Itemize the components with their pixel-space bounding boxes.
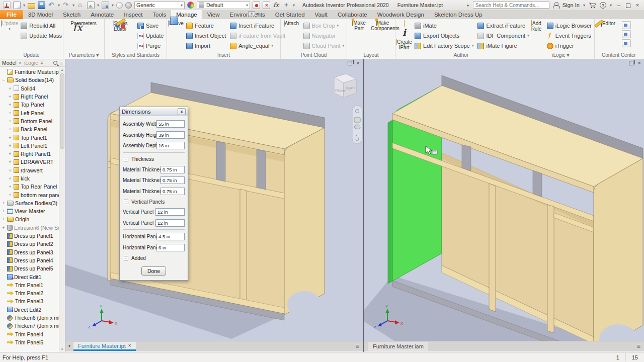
ribbon-tab[interactable]: Get Started — [270, 10, 310, 19]
image-icon[interactable] — [87, 2, 95, 9]
tab-list-caret[interactable]: ▾ — [65, 344, 73, 348]
tree-expander[interactable]: + — [2, 201, 6, 206]
navigator-button[interactable]: Navigator — [302, 31, 346, 41]
tabbar-right-menu-icon[interactable]: ≡ — [636, 342, 644, 350]
open-file-icon[interactable] — [28, 3, 35, 9]
tree-expander[interactable]: + — [8, 111, 12, 116]
browser-tab-model[interactable]: Model — [2, 60, 17, 66]
dialog-close-icon[interactable]: x — [178, 108, 186, 115]
tree-item[interactable]: Dress up Panel5 — [0, 264, 59, 273]
sign-in-caret[interactable]: ▾ — [583, 3, 585, 8]
field-input[interactable]: 12 in — [155, 208, 185, 216]
viewport-left[interactable]: FRONT RIGHT ▾ Y X Z × — [65, 59, 363, 341]
add-rule-button[interactable]: Add Rule — [528, 20, 544, 32]
viewport-right[interactable]: Y X Z × — [364, 59, 644, 341]
tree-item[interactable]: + View: Master — [0, 207, 59, 215]
cart-icon[interactable] — [589, 2, 596, 9]
tree-expander[interactable]: + — [8, 143, 12, 148]
make-part-button[interactable]: Make Part — [348, 20, 370, 31]
dialog-title-bar[interactable]: Dimensions x — [120, 107, 188, 116]
import-button[interactable]: Import — [185, 41, 227, 51]
sign-in-button[interactable]: Sign In — [562, 2, 580, 8]
tree-expander[interactable]: + — [8, 193, 12, 198]
tree-item[interactable]: + Top Rear Panel — [0, 183, 59, 191]
tree-expander[interactable]: + — [8, 127, 12, 132]
navigation-bar[interactable]: ▾ — [352, 106, 362, 144]
help-caret[interactable]: ▾ — [610, 3, 612, 8]
event-triggers-button[interactable]: Event Triggers — [545, 31, 593, 41]
collapse-icon[interactable]: − — [124, 256, 128, 260]
visual-style-icon[interactable] — [253, 2, 260, 9]
tree-item[interactable]: + Solid4 — [0, 84, 59, 93]
tree-item[interactable]: + Surface Bodies(3) — [0, 199, 59, 207]
tree-expander[interactable]: + — [2, 225, 6, 230]
section-thickness[interactable]: −Thickness — [123, 154, 185, 164]
browser-add-tab-button[interactable]: + — [40, 60, 43, 66]
box-select-caret[interactable]: ▾ — [112, 3, 114, 8]
field-input[interactable]: 4.5 in — [156, 233, 185, 240]
field-input[interactable]: 55 in — [156, 120, 185, 128]
search-expand-arrow[interactable]: ▸ — [467, 3, 469, 8]
tree-item[interactable]: + Right Panel1 — [0, 150, 59, 158]
material-combo[interactable]: Generic▾ — [134, 2, 185, 9]
parameters-button[interactable]: Parameters — [64, 20, 103, 26]
undo-caret[interactable]: ▾ — [58, 3, 60, 8]
ribbon-tab[interactable]: Sketch — [58, 10, 86, 19]
web-sphere-icon[interactable] — [125, 2, 132, 9]
inventor-logo-icon[interactable] — [3, 2, 11, 9]
make-components-button[interactable]: Make Components — [371, 20, 394, 31]
content-editor-button[interactable]: Editor — [596, 20, 621, 26]
doc-tab-furniture-master-iam[interactable]: Furniture Master.iam — [368, 342, 428, 351]
right-viewport-canvas[interactable]: Y X Z — [364, 59, 644, 341]
view-cube[interactable]: FRONT RIGHT — [334, 74, 356, 98]
browser-scrollbar-thumb[interactable] — [60, 73, 64, 149]
ribbon-tab[interactable]: Vault — [310, 10, 333, 19]
tree-expander[interactable]: + — [8, 176, 12, 181]
tabbar-menu-icon[interactable]: ≡ — [355, 342, 363, 350]
save-icon[interactable] — [38, 2, 45, 9]
left-viewport-canvas[interactable]: FRONT RIGHT ▾ Y X Z — [65, 59, 363, 341]
ribbon-tab[interactable]: Annotate — [86, 10, 119, 19]
tree-expander[interactable]: + — [8, 119, 12, 124]
cabinet-right-side-panel[interactable] — [594, 158, 643, 341]
tree-item[interactable]: + Top Panel — [0, 101, 59, 109]
tree-item[interactable]: + LDRAWVERT — [0, 158, 59, 166]
tree-item[interactable]: Dress up Panel1 — [0, 232, 59, 240]
tree-item[interactable]: + Back Panel — [0, 125, 59, 133]
cloud-point-button[interactable]: Cloud Point▾ — [302, 41, 346, 51]
cabinet-right-panel[interactable] — [284, 128, 325, 315]
visibility-off-icon[interactable] — [263, 2, 270, 9]
browser-tab-ilogic[interactable]: iLogic — [24, 60, 38, 66]
tree-item[interactable]: + Extrusion6 (New Solid x depth) — [0, 224, 59, 232]
doc-tab-close-icon[interactable]: × — [128, 343, 131, 348]
tree-item[interactable]: + bottom rear panel — [0, 191, 59, 199]
tree-expander[interactable]: + — [8, 159, 12, 164]
feature-button[interactable]: Feature — [185, 21, 227, 31]
viewport-right-restore-icon[interactable] — [629, 61, 633, 65]
ribbon-tab[interactable]: View — [202, 10, 225, 19]
close-button[interactable]: × — [634, 2, 641, 8]
tree-item[interactable]: + rdrawvert — [0, 166, 59, 174]
box-crop-button[interactable]: Box Crop▾ — [302, 21, 346, 31]
ribbon-tab[interactable]: Environments — [224, 10, 270, 19]
tree-item[interactable]: + Bottom Panel — [0, 117, 59, 125]
extract-ifeature-button[interactable]: Extract iFeature — [476, 21, 530, 31]
fx-parameters-icon[interactable] — [273, 2, 280, 9]
collapse-icon[interactable]: − — [124, 157, 128, 161]
tree-expander[interactable]: + — [8, 151, 12, 156]
tree-item[interactable]: Direct Edit2 — [0, 306, 59, 314]
scroll-up-icon[interactable]: ▲ — [59, 68, 65, 71]
tree-item[interactable]: Thicken7 (Join x mthick / 2 ul) — [0, 322, 59, 330]
tree-item[interactable]: Trim Panel3 — [0, 297, 59, 305]
tree-expander[interactable]: + — [8, 135, 12, 140]
nav-pan-icon[interactable] — [354, 118, 360, 122]
search-input[interactable] — [473, 2, 549, 9]
redo-caret[interactable]: ▾ — [72, 3, 74, 8]
tree-item[interactable]: + kick — [0, 174, 59, 183]
tree-item[interactable]: Trim Panel4 — [0, 330, 59, 338]
tree-expander[interactable]: + — [8, 102, 12, 107]
tree-item[interactable]: + Origin — [0, 215, 59, 223]
ribbon-tab[interactable]: Tools — [147, 10, 171, 19]
scroll-down-icon[interactable]: ▼ — [59, 348, 65, 351]
update-mass-button[interactable]: Update Mass — [19, 31, 63, 41]
